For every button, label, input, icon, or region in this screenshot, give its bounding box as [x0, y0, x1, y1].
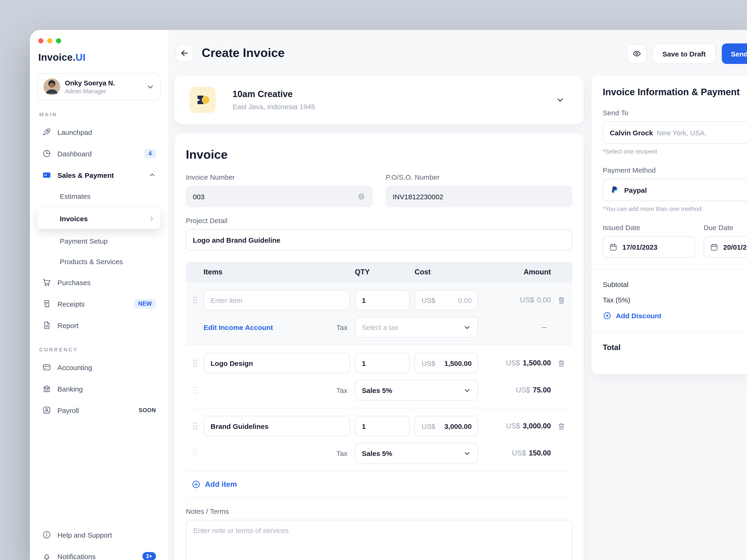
po-number-input[interactable]: INV1812230002 — [386, 186, 572, 207]
add-discount-button[interactable]: Add Discount — [603, 311, 747, 320]
tax-select[interactable]: Sales 5% — [355, 380, 478, 400]
bank-icon — [42, 384, 51, 393]
items-table-header: Items QTY Cost Amount — [186, 262, 572, 282]
sidebar-item-invoices[interactable]: Invoices — [37, 208, 161, 229]
sidebar-item-launchpad[interactable]: Launchpad — [37, 122, 161, 142]
sidebar-item-label: Banking — [57, 385, 83, 393]
invoice-number-label: Invoice Number — [186, 173, 372, 181]
sidebar-item-label: Purchases — [57, 278, 91, 286]
payment-method-select[interactable]: Paypal — [603, 179, 747, 201]
sidebar-item-purchases[interactable]: Purchases — [37, 272, 161, 293]
qty-input[interactable] — [355, 416, 410, 436]
cost-value-input[interactable] — [435, 296, 471, 304]
header-actions: Save to Draft Send Invoice — [627, 44, 747, 64]
sidebar-item-label: Dashboard — [57, 150, 92, 158]
amount-cell: US$ 1,500.00 — [483, 359, 551, 367]
sidebar-item-estimates[interactable]: Estimates — [37, 186, 161, 206]
payment-method-label: Payment Method — [603, 166, 747, 174]
back-button[interactable] — [176, 44, 193, 62]
maximize-window-button[interactable] — [56, 38, 61, 44]
app-window: Invoice.UI Onky Soerya N. Admin Manager … — [30, 30, 747, 560]
notes-textarea[interactable] — [186, 520, 572, 560]
recipient-name: Calvin Grock — [610, 129, 653, 136]
qty-input[interactable] — [355, 290, 410, 310]
sidebar-item-receipts[interactable]: Receipts NEW — [37, 294, 161, 314]
chevron-right-icon — [148, 215, 155, 222]
eye-icon — [632, 49, 642, 58]
notifications-count-badge: 2+ — [143, 552, 156, 560]
window-controls — [37, 36, 161, 44]
amount-value: 75.00 — [533, 386, 551, 394]
trash-icon[interactable] — [556, 358, 567, 368]
edit-income-account-link[interactable]: Edit Income Account — [204, 323, 273, 331]
trash-icon[interactable] — [556, 296, 567, 304]
sidebar-item-accounting[interactable]: Accounting — [37, 357, 161, 377]
sidebar-item-label: Help and Support — [57, 531, 112, 539]
due-date-input[interactable]: 20/01/2023 — [703, 236, 747, 258]
sidebar-item-payment-setup[interactable]: Payment Setup — [37, 231, 161, 250]
drag-handle[interactable] — [191, 422, 199, 430]
invoice-number-input[interactable]: 003 — [186, 186, 372, 207]
info-icon — [42, 530, 51, 539]
sidebar-item-label: Report — [57, 321, 78, 329]
profile-role: Admin Manager — [65, 88, 115, 95]
minimize-window-button[interactable] — [47, 38, 52, 44]
dashboard-count-badge: 4 — [144, 149, 156, 158]
credit-card-icon — [42, 170, 51, 180]
close-window-button[interactable] — [38, 38, 44, 44]
sidebar-item-notifications[interactable]: Notifications 2+ — [37, 546, 161, 560]
company-selector[interactable]: 10am Creative East Java, Indonesia 1945 — [175, 76, 584, 124]
sidebar-item-label: Invoices — [60, 214, 88, 222]
cost-input[interactable]: US$ — [415, 290, 478, 310]
po-number-field: P.O/S.O. Number INV1812230002 — [386, 173, 572, 207]
recipient-select[interactable]: Calvin Grock New York, USA. — [603, 121, 747, 144]
cost-input[interactable]: US$ — [415, 353, 478, 373]
sidebar-item-banking[interactable]: Banking — [37, 378, 161, 399]
trash-icon[interactable] — [556, 422, 567, 430]
send-invoice-button[interactable]: Send Invoice — [722, 44, 747, 64]
sidebar-item-payroll[interactable]: Payroll SOON — [37, 400, 161, 421]
issued-date-input[interactable]: 17/01/2023 — [603, 236, 695, 258]
sidebar-item-dashboard[interactable]: Dashboard 4 — [37, 143, 161, 164]
sidebar-item-help[interactable]: Help and Support — [37, 525, 161, 545]
sidebar-item-products-services[interactable]: Products & Services — [37, 251, 161, 271]
drag-handle[interactable] — [191, 296, 199, 304]
payment-hint: *You can add more than one method — [603, 205, 747, 212]
screen: Invoice.UI Onky Soerya N. Admin Manager … — [0, 0, 747, 560]
cost-value-input[interactable] — [435, 359, 471, 367]
save-to-draft-button[interactable]: Save to Draft — [653, 44, 716, 64]
document-icon — [42, 321, 51, 330]
chevron-down-icon — [556, 95, 565, 105]
cost-value-input[interactable] — [435, 422, 471, 430]
tax-placeholder: Select a tax — [362, 323, 398, 331]
item-name-input[interactable] — [204, 416, 350, 436]
qty-input[interactable] — [355, 353, 410, 373]
currency-nav: Accounting Banking Payroll SOON — [37, 357, 161, 421]
drag-handle[interactable] — [191, 386, 199, 394]
chevron-up-icon — [149, 171, 156, 179]
item-name-input[interactable] — [204, 290, 350, 310]
items-table: Items QTY Cost Amount US$ — [186, 262, 572, 560]
drag-handle[interactable] — [191, 359, 199, 367]
cost-input[interactable]: US$ — [415, 416, 478, 436]
invoice-form: Invoice Invoice Number 003 P.O/S.O. Numb… — [175, 133, 584, 560]
project-detail-input[interactable] — [186, 229, 572, 250]
sidebar-item-report[interactable]: Report — [37, 315, 161, 336]
profile-switcher[interactable]: Onky Soerya N. Admin Manager — [37, 73, 161, 100]
calendar-icon — [710, 242, 719, 251]
invoice-info-panel: Invoice Information & Payment Send To Ca… — [592, 76, 747, 374]
item-row: US$ US$ 3,000.00 Tax — [186, 408, 572, 471]
amount-value: 3,000.00 — [523, 422, 551, 430]
drag-handle[interactable] — [191, 449, 199, 457]
info-filled-icon[interactable] — [357, 192, 365, 201]
invoice-number-value: 003 — [193, 192, 205, 201]
preview-button[interactable] — [627, 44, 647, 63]
amount-value: 0.00 — [537, 296, 551, 304]
item-name-input[interactable] — [204, 353, 350, 373]
tax-select[interactable]: Sales 5% — [355, 443, 478, 463]
sidebar-item-sales-payment[interactable]: Sales & Payment — [37, 165, 161, 185]
plus-circle-icon — [191, 480, 201, 489]
add-item-button[interactable]: Add item — [186, 471, 572, 498]
tax-select[interactable]: Select a tax — [355, 317, 478, 338]
arrow-left-icon — [180, 49, 189, 58]
